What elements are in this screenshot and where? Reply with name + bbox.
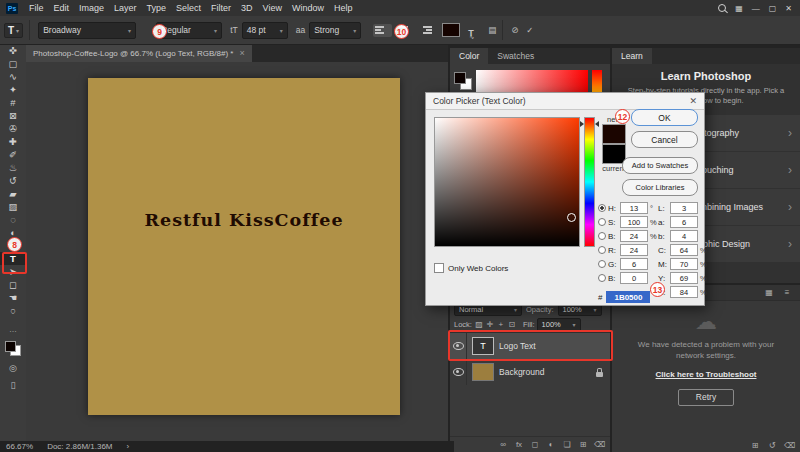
menu-select[interactable]: Select [171, 0, 206, 16]
input-black[interactable]: 84 [670, 286, 698, 298]
input-lab-b[interactable]: 4 [670, 230, 698, 242]
input-lab-a[interactable]: 6 [670, 216, 698, 228]
tool-zoom[interactable]: ○ [0, 304, 26, 317]
artboard[interactable]: Restful KissCoffee [88, 78, 400, 415]
color-libraries-button[interactable]: Color Libraries [622, 179, 698, 196]
layer-effects-icon[interactable]: fx [514, 440, 524, 449]
lock-pixels-icon[interactable]: ✛ [485, 320, 495, 329]
lock-all-icon[interactable]: ⊡ [507, 320, 517, 329]
anti-alias-select[interactable]: Strong ▾ [309, 22, 361, 39]
radio-green[interactable] [598, 260, 606, 268]
new-library-icon[interactable]: ⊞ [750, 441, 760, 450]
document-tab[interactable]: Photoshop-Coffee-Logo @ 66.7% (Logo Text… [26, 44, 252, 62]
cancel-button[interactable]: Cancel [631, 131, 698, 148]
tool-crop[interactable]: # [0, 96, 26, 109]
tool-move[interactable]: ✜ [0, 44, 26, 57]
retry-button[interactable]: Retry [678, 389, 734, 406]
foreground-background-swatches[interactable] [5, 341, 21, 356]
libraries-grid-icon[interactable]: ▦ [764, 288, 774, 297]
close-icon[interactable]: ✕ [785, 4, 792, 13]
tool-gradient[interactable]: ▨ [0, 200, 26, 213]
menu-window[interactable]: Window [287, 0, 329, 16]
menu-type[interactable]: Type [142, 0, 172, 16]
workspace-icon[interactable]: ▦ [735, 4, 743, 13]
radio-saturation[interactable] [598, 218, 606, 226]
cancel-edit-icon[interactable]: ⊘ [511, 25, 518, 35]
tool-frame[interactable]: ⊠ [0, 109, 26, 122]
warp-text-icon[interactable]: T ∿ [468, 22, 480, 38]
tab-close-icon[interactable]: × [239, 48, 244, 58]
search-icon[interactable] [718, 4, 726, 12]
hex-field[interactable]: 1B0500 [606, 291, 650, 303]
quick-mask-icon[interactable]: ◎ [9, 363, 17, 373]
tool-shape[interactable]: ◻ [0, 278, 26, 291]
add-to-swatches-button[interactable]: Add to Swatches [622, 157, 698, 174]
input-brightness[interactable]: 24 [620, 230, 648, 242]
delete-layer-icon[interactable]: ⌫ [594, 440, 604, 449]
tool-healing-brush[interactable]: ✚ [0, 135, 26, 148]
tab-learn[interactable]: Learn [612, 48, 652, 64]
font-size-select[interactable]: 48 pt ▾ [242, 22, 288, 39]
font-family-select[interactable]: Broadway ▾ [38, 22, 136, 39]
minimize-icon[interactable]: — [752, 4, 760, 13]
only-web-colors-checkbox[interactable] [434, 263, 444, 273]
panel-fg-bg-swatches[interactable] [454, 72, 472, 90]
lock-transparency-icon[interactable]: ▨ [474, 320, 484, 329]
current-tool-icon[interactable]: T ▾ [4, 23, 23, 38]
menu-layer[interactable]: Layer [109, 0, 142, 16]
tool-brush[interactable]: ✐ [0, 148, 26, 161]
screen-mode-icon[interactable]: ▯ [11, 380, 16, 390]
layer-row-background[interactable]: Background [450, 359, 610, 385]
sync-libraries-icon[interactable]: ↺ [767, 441, 777, 450]
tab-color[interactable]: Color [450, 48, 488, 64]
saturation-brightness-field[interactable] [434, 117, 580, 247]
zoom-level-field[interactable]: 66.67% [6, 442, 33, 451]
radio-blue[interactable] [598, 274, 606, 282]
menu-3d[interactable]: 3D [236, 0, 258, 16]
adjustment-layer-icon[interactable]: ◐ [546, 440, 556, 449]
input-blue[interactable]: 0 [620, 272, 648, 284]
input-red[interactable]: 24 [620, 244, 648, 256]
tab-swatches[interactable]: Swatches [488, 48, 543, 64]
menu-edit[interactable]: Edit [49, 0, 75, 16]
menu-file[interactable]: File [24, 0, 49, 16]
commit-edit-icon[interactable]: ✓ [526, 25, 533, 35]
menu-view[interactable]: View [258, 0, 287, 16]
hue-slider-handle-left[interactable] [580, 121, 584, 127]
input-hue[interactable]: 13 [620, 202, 648, 214]
hue-slider[interactable] [584, 117, 595, 247]
input-magenta[interactable]: 70 [670, 258, 698, 270]
input-lab-l[interactable]: 3 [670, 202, 698, 214]
layer-group-icon[interactable]: ❏ [562, 440, 572, 449]
panel-fg-chip[interactable] [454, 72, 466, 84]
toggle-panels-icon[interactable]: ▤ [488, 25, 496, 35]
edit-toolbar-icon[interactable]: … [9, 325, 17, 334]
align-left-icon[interactable] [373, 24, 392, 37]
input-cyan[interactable]: 64 [670, 244, 698, 256]
tool-eyedropper[interactable]: ✇ [0, 122, 26, 135]
tool-hand[interactable]: ☚ [0, 291, 26, 304]
radio-brightness[interactable] [598, 232, 606, 240]
tool-eraser[interactable]: ▰ [0, 187, 26, 200]
libraries-menu-icon[interactable]: ≡ [782, 288, 792, 297]
menu-help[interactable]: Help [329, 0, 358, 16]
dialog-title-bar[interactable]: Color Picker (Text Color) ✕ [426, 93, 704, 110]
status-expand-icon[interactable]: › [127, 442, 130, 451]
align-right-icon[interactable] [415, 24, 434, 37]
dialog-close-icon[interactable]: ✕ [689, 96, 697, 106]
delete-library-icon[interactable]: ⌫ [784, 441, 794, 450]
color-sample-marker[interactable] [567, 213, 576, 222]
layer-mask-icon[interactable]: ◻ [530, 440, 540, 449]
link-layers-icon[interactable]: ∞ [498, 440, 508, 449]
ok-button[interactable]: OK [631, 109, 698, 126]
menu-filter[interactable]: Filter [206, 0, 236, 16]
tool-lasso[interactable]: ∿ [0, 70, 26, 83]
troubleshoot-link[interactable]: Click here to Troubleshoot [612, 370, 800, 379]
canvas-area[interactable]: Restful KissCoffee [26, 62, 448, 441]
menu-image[interactable]: Image [74, 0, 109, 16]
tool-blur[interactable]: ◌ [0, 213, 26, 226]
radio-hue[interactable] [598, 204, 606, 212]
layer-thumbnail-background[interactable] [472, 363, 494, 381]
tool-history-brush[interactable]: ↺ [0, 174, 26, 187]
input-green[interactable]: 6 [620, 258, 648, 270]
